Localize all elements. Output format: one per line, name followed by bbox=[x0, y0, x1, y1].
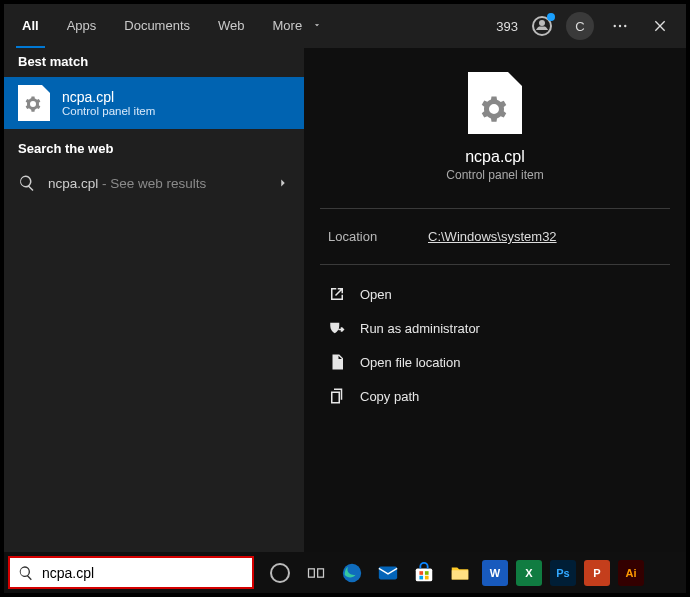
best-match-item[interactable]: ncpa.cpl Control panel item bbox=[4, 77, 304, 129]
app-edge[interactable] bbox=[338, 559, 366, 587]
web-result-text: ncpa.cpl - See web results bbox=[48, 176, 276, 191]
action-run-admin-label: Run as administrator bbox=[360, 321, 480, 336]
web-result-name: ncpa.cpl bbox=[48, 176, 98, 191]
web-result-item[interactable]: ncpa.cpl - See web results bbox=[4, 164, 304, 202]
web-result-suffix: - See web results bbox=[98, 176, 206, 191]
app-mail[interactable] bbox=[374, 559, 402, 587]
action-open[interactable]: Open bbox=[316, 277, 674, 311]
header-row: All Apps Documents Web More 393 C bbox=[4, 4, 686, 48]
search-panel: All Apps Documents Web More 393 C bbox=[4, 4, 686, 552]
location-label: Location bbox=[328, 229, 428, 244]
svg-rect-13 bbox=[425, 575, 429, 579]
svg-point-4 bbox=[624, 25, 626, 27]
tab-documents[interactable]: Documents bbox=[110, 4, 204, 48]
best-match-label: Best match bbox=[4, 48, 304, 77]
action-copy-path-label: Copy path bbox=[360, 389, 419, 404]
cpl-file-icon bbox=[18, 85, 50, 121]
search-icon bbox=[18, 565, 34, 581]
tab-more[interactable]: More bbox=[259, 4, 336, 48]
results-pane: Best match ncpa.cpl Control panel item S… bbox=[4, 48, 304, 552]
action-list: Open Run as administrator Open file loca… bbox=[304, 273, 686, 417]
divider bbox=[320, 264, 670, 265]
cpl-file-icon-large bbox=[468, 72, 522, 134]
rewards-points: 393 bbox=[496, 19, 518, 34]
tab-all[interactable]: All bbox=[8, 4, 53, 48]
close-button[interactable] bbox=[646, 12, 674, 40]
action-open-location-label: Open file location bbox=[360, 355, 460, 370]
svg-point-1 bbox=[539, 20, 545, 26]
best-match-name: ncpa.cpl bbox=[62, 89, 155, 105]
location-row: Location C:\Windows\system32 bbox=[304, 217, 686, 256]
app-explorer[interactable] bbox=[446, 559, 474, 587]
open-icon bbox=[328, 285, 346, 303]
svg-point-2 bbox=[614, 25, 616, 27]
search-icon bbox=[18, 174, 36, 192]
best-match-sub: Control panel item bbox=[62, 105, 155, 117]
divider bbox=[320, 208, 670, 209]
shield-icon bbox=[328, 319, 346, 337]
tab-web[interactable]: Web bbox=[204, 4, 259, 48]
action-open-location[interactable]: Open file location bbox=[316, 345, 674, 379]
rewards-icon[interactable] bbox=[530, 14, 554, 38]
folder-icon bbox=[328, 353, 346, 371]
task-view-button[interactable] bbox=[302, 559, 330, 587]
taskbar-search[interactable] bbox=[8, 556, 254, 589]
best-match-text: ncpa.cpl Control panel item bbox=[62, 89, 155, 117]
user-avatar[interactable]: C bbox=[566, 12, 594, 40]
app-word[interactable]: W bbox=[482, 560, 508, 586]
svg-rect-10 bbox=[419, 571, 423, 575]
svg-rect-8 bbox=[379, 566, 397, 579]
action-run-admin[interactable]: Run as administrator bbox=[316, 311, 674, 345]
tab-more-label: More bbox=[273, 18, 303, 33]
svg-rect-6 bbox=[318, 568, 324, 576]
app-photoshop[interactable]: Ps bbox=[550, 560, 576, 586]
tab-apps[interactable]: Apps bbox=[53, 4, 111, 48]
notification-dot-icon bbox=[547, 13, 555, 21]
svg-rect-12 bbox=[419, 575, 423, 579]
svg-point-3 bbox=[619, 25, 621, 27]
taskbar-search-input[interactable] bbox=[42, 565, 244, 581]
header-tabs: All Apps Documents Web More bbox=[4, 4, 336, 48]
options-button[interactable] bbox=[606, 12, 634, 40]
svg-rect-5 bbox=[309, 568, 315, 576]
preview-header: ncpa.cpl Control panel item bbox=[304, 58, 686, 200]
app-excel[interactable]: X bbox=[516, 560, 542, 586]
preview-pane: ncpa.cpl Control panel item Location C:\… bbox=[304, 48, 686, 552]
body: Best match ncpa.cpl Control panel item S… bbox=[4, 48, 686, 552]
search-web-label: Search the web bbox=[4, 129, 304, 164]
chevron-down-icon bbox=[312, 4, 322, 14]
svg-rect-11 bbox=[425, 571, 429, 575]
preview-filename: ncpa.cpl bbox=[465, 148, 525, 166]
svg-rect-9 bbox=[416, 568, 433, 581]
app-illustrator[interactable]: Ai bbox=[618, 560, 644, 586]
location-value[interactable]: C:\Windows\system32 bbox=[428, 229, 557, 244]
preview-filetype: Control panel item bbox=[446, 168, 543, 182]
action-copy-path[interactable]: Copy path bbox=[316, 379, 674, 413]
copy-icon bbox=[328, 387, 346, 405]
cortana-ring-icon bbox=[270, 563, 290, 583]
chevron-right-icon bbox=[276, 176, 290, 190]
taskbar: W X Ps P Ai bbox=[4, 552, 686, 593]
action-open-label: Open bbox=[360, 287, 392, 302]
app-store[interactable] bbox=[410, 559, 438, 587]
svg-rect-14 bbox=[452, 570, 469, 579]
cortana-button[interactable] bbox=[266, 559, 294, 587]
header-right: 393 C bbox=[496, 12, 686, 40]
app-powerpoint[interactable]: P bbox=[584, 560, 610, 586]
